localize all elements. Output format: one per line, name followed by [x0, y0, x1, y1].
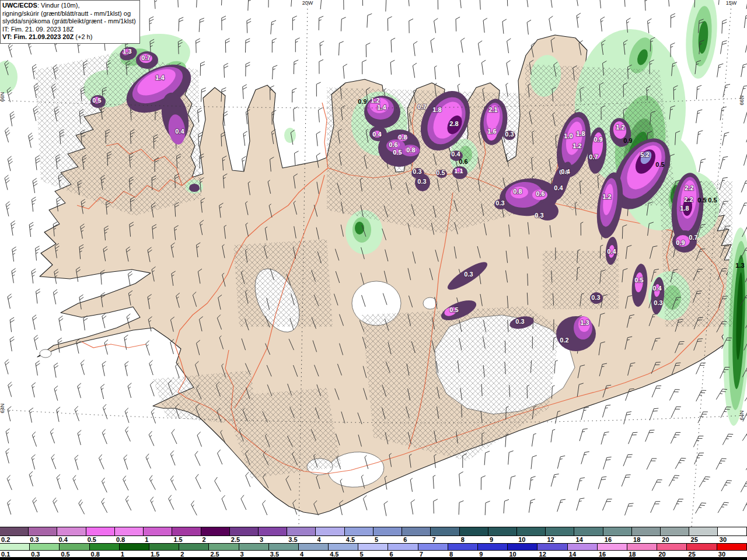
scale-cell: [517, 527, 546, 536]
header-line-5: VT: Fim. 21.09.2023 20Z (+2 h): [2, 33, 136, 41]
scale-cell: [717, 544, 747, 550]
scale-cell: [632, 527, 661, 536]
precip-value-label: 0.5: [393, 149, 402, 156]
scale-cell: [230, 527, 259, 536]
precip-value-label: 2.1: [488, 106, 497, 113]
sleet-snow-scale-labels: 0.20.30.40.50.811.522.533.544.5567891012…: [0, 536, 747, 543]
scale-cell: [460, 527, 488, 536]
scale-tick-label: 30: [720, 536, 727, 543]
scale-tick-label: 4.5: [346, 536, 355, 543]
scale-cell: [299, 544, 329, 550]
graticule-label: 64N: [0, 404, 5, 414]
precip-value-label: 0.8: [513, 188, 522, 195]
sleet-snow-scale-bar: [0, 527, 747, 536]
scale-tick-label: 2: [203, 536, 206, 543]
precip-value-label: 0.9: [676, 239, 685, 246]
precip-value-label: 0.5: [634, 276, 643, 284]
weather-map-app: 1.30.71.40.50.40.91.21.40.40.80.60.50.80…: [0, 0, 747, 560]
scale-cell: [269, 544, 299, 550]
scale-tick-label: 0.5: [88, 536, 96, 543]
scale-cell: [0, 527, 29, 536]
precip-value-label: 1.1: [454, 167, 463, 174]
valid-time: VT: Fim. 21.09.2023 20Z: [2, 33, 74, 40]
precip-value-label: 0.3: [591, 294, 600, 301]
header-line-3: slydda/snjókoma (grátt/bleikt/grænt - mm…: [2, 18, 136, 26]
graticule-label: 64N: [739, 411, 745, 421]
rain-scale-labels: 0.10.30.50.811.522.533.544.5567891012141…: [0, 551, 747, 557]
precip-value-label: 1.3: [735, 262, 744, 269]
scale-cell: [402, 527, 431, 536]
scale-tick-label: 20: [662, 536, 669, 543]
scale-cell: [57, 527, 86, 536]
scale-tick-label: 8: [461, 536, 465, 543]
header-line-1: UWC/ECDS: Vindur (10m),: [2, 2, 136, 10]
scale-cell: [418, 544, 448, 550]
scale-cell: [149, 544, 179, 550]
scale-cell: [120, 544, 149, 550]
scale-cell: [537, 544, 567, 550]
precip-value-label: 1.4: [377, 104, 386, 111]
precip-value-label: 1.2: [573, 142, 581, 149]
precip-value-label: 0.3: [654, 299, 662, 306]
scale-cell: [488, 527, 517, 536]
precip-value-label: 0.9: [358, 98, 366, 105]
precip-value-label: 0.7: [689, 234, 697, 241]
scale-cell: [144, 527, 172, 536]
precip-value-label: 0.6: [459, 158, 467, 165]
scale-cell: [201, 527, 230, 536]
header-line-2: rigning/skúrir (grænt/blátt/rautt - mm/1…: [2, 10, 136, 18]
precip-value-label: 1.2: [602, 193, 611, 200]
precip-value-label: 0.8: [406, 146, 415, 153]
header-line-4: IT: Fim. 21. 09. 2023 18Z: [2, 26, 136, 34]
scale-cell: [687, 544, 717, 550]
graticule-label: 15W: [726, 0, 737, 6]
scale-cell: [374, 527, 402, 536]
precip-value-label: 0.4: [561, 168, 570, 175]
scale-cell: [603, 527, 632, 536]
precip-value-label: 0.3: [505, 131, 514, 138]
precip-value-label: 2.8: [449, 120, 458, 127]
scale-cell: [30, 544, 60, 550]
scale-tick-label: 0.2: [1, 536, 10, 543]
precip-value-label: 0.6: [389, 141, 397, 148]
scale-tick-label: 25: [691, 536, 698, 543]
weather-map-canvas: 1.30.71.40.50.40.91.21.40.40.80.60.50.80…: [0, 0, 747, 527]
scale-cell: [316, 527, 344, 536]
precip-value-label: 1.0: [564, 132, 573, 139]
precip-value-label: 0.4: [554, 184, 563, 191]
scale-tick-label: 9: [490, 536, 493, 543]
scale-cell: [568, 544, 598, 550]
precip-value-label: 0.4: [175, 128, 184, 135]
scale-cell: [90, 544, 120, 550]
precip-value-label: 0.7: [589, 153, 598, 160]
scale-cell: [448, 544, 478, 550]
model-name: UWC/ECDS: [2, 2, 37, 9]
precip-value-label: 1.2: [371, 97, 379, 104]
scale-cell: [508, 544, 537, 550]
precip-value-label: 1.8: [680, 205, 689, 212]
scale-cell: [689, 527, 718, 536]
precip-value-label: 0.9: [594, 136, 602, 143]
precip-value-label: 1.8: [576, 130, 585, 137]
precip-value-label: 5.2: [640, 151, 649, 158]
scale-cell: [287, 527, 316, 536]
precip-value-label: 0.3: [464, 271, 473, 278]
scale-tick-label: 0.8: [116, 536, 125, 543]
scale-cell: [657, 544, 687, 550]
precip-value-label: 0.5: [655, 161, 664, 168]
graticule-label: 20W: [302, 0, 313, 6]
precip-value-label: 0.3: [535, 212, 543, 219]
scale-tick-label: 7: [432, 536, 435, 543]
precip-value-label: 2.2: [685, 184, 693, 191]
scale-cell: [345, 527, 374, 536]
precip-value-label: 0.3: [515, 318, 524, 325]
scale-tick-label: 3.5: [288, 536, 297, 543]
precip-value-label: 0.4: [607, 248, 616, 255]
precip-value-label: 0.6: [536, 190, 544, 197]
scale-cell: [478, 544, 508, 550]
scale-tick-label: 0.3: [30, 536, 39, 543]
precip-value-label: 0.2: [560, 337, 568, 344]
scale-cell: [329, 544, 358, 550]
precip-value-label: 0.8: [398, 134, 407, 141]
scale-cell: [0, 544, 30, 550]
